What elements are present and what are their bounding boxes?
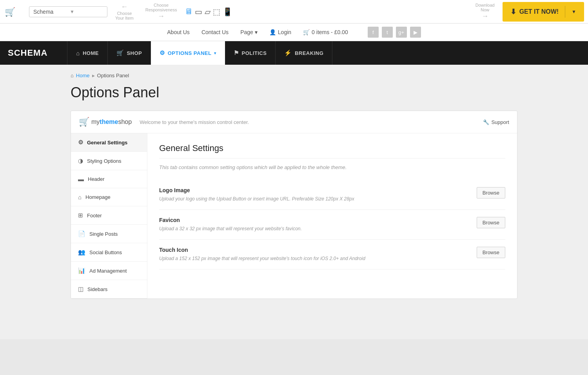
get-it-now-button[interactable]: ⬇ GET IT NOW! ▼: [503, 2, 584, 22]
single-posts-icon: 📄: [78, 230, 85, 237]
get-it-now-label: GET IT NOW!: [519, 8, 559, 15]
nav-item-home[interactable]: ⌂ HOME: [67, 41, 108, 65]
breaking-nav-icon: ⚡: [284, 49, 292, 56]
sidebar-item-homepage[interactable]: ⌂ Homepage: [71, 188, 147, 206]
option-control-touch: Browse: [477, 247, 505, 258]
site-title: SCHEMA: [8, 48, 55, 58]
device-monitor-icon[interactable]: ▭: [195, 7, 202, 16]
option-label-logo: Logo Image: [159, 187, 469, 193]
mts-logo: 🛒 mythemeshop: [79, 117, 132, 127]
device-tablet-icon[interactable]: ▱: [205, 7, 211, 16]
option-row-touch-icon: Touch Icon Upload a 152 x 152 px image t…: [159, 240, 505, 269]
page-title: Options Panel: [71, 84, 517, 101]
download-now-label: Download Now: [475, 3, 495, 12]
nav-item-politics[interactable]: ⚑ POLITICS: [225, 41, 276, 65]
youtube-icon[interactable]: ▶: [410, 27, 421, 38]
general-settings-icon: ⚙: [78, 139, 83, 146]
options-description: This tab contains common setting options…: [159, 164, 505, 170]
theme-selector-arrow: ▼: [70, 9, 103, 15]
option-row-favicon: Favicon Upload a 32 x 32 px image that w…: [159, 210, 505, 240]
touch-browse-button[interactable]: Browse: [477, 247, 505, 258]
top-bar: 🛒 Schema ▼ ← Choose Your Item Choose Res…: [0, 0, 588, 24]
support-button[interactable]: 🔧 Support: [483, 119, 509, 125]
politics-nav-icon: ⚑: [234, 49, 239, 56]
option-label-favicon: Favicon: [159, 217, 469, 223]
facebook-icon[interactable]: f: [368, 27, 379, 38]
device-tablet2-icon[interactable]: ⬚: [213, 7, 220, 16]
choose-item-label: Choose Your Item: [115, 11, 134, 20]
mts-tagline: Welcome to your theme's mission control …: [140, 119, 249, 125]
breadcrumb: ⌂ Home ▶ Options Panel: [71, 73, 517, 78]
nav-item-shop[interactable]: 🛒 SHOP: [108, 41, 151, 65]
sidebar-item-footer[interactable]: ⊞ Footer: [71, 206, 147, 225]
device-desktop-icon[interactable]: 🖥: [185, 7, 192, 16]
theme-selector-label: Schema: [33, 9, 67, 15]
main-nav: SCHEMA ⌂ HOME 🛒 SHOP ⚙ OPTIONS PANEL ▾ ⚑…: [0, 41, 588, 65]
content-area: ⌂ Home ▶ Options Panel Options Panel 🛒 m…: [63, 73, 525, 299]
nav-about-us[interactable]: About Us: [167, 29, 190, 35]
sidebar-item-ad-management[interactable]: 📊 Ad Management: [71, 262, 147, 280]
nav-item-breaking[interactable]: ⚡ BREAKING: [276, 41, 332, 65]
social-buttons-icon: 👥: [78, 249, 85, 256]
sidebar-item-general-label: General Settings: [87, 140, 127, 146]
mts-logo-icon: 🛒: [79, 117, 89, 127]
options-section-title: General Settings: [159, 143, 505, 158]
footer-icon: ⊞: [78, 212, 83, 219]
sidebar-item-ad-label: Ad Management: [89, 268, 127, 274]
nav-contact-us[interactable]: Contact Us: [201, 29, 229, 35]
options-chevron: ▾: [214, 51, 216, 55]
theme-selector[interactable]: Schema ▼: [29, 6, 107, 17]
breadcrumb-home-link[interactable]: Home: [76, 73, 90, 78]
mts-logo-text: mythemeshop: [91, 118, 132, 126]
nav-item-politics-label: POLITICS: [241, 50, 267, 56]
sidebar-item-styling-options[interactable]: ◑ Styling Options: [71, 152, 147, 170]
options-body: ⚙ General Settings ◑ Styling Options ▬ H…: [71, 133, 517, 299]
option-control-logo: Browse: [477, 187, 505, 198]
nav-login[interactable]: 👤 Login: [269, 29, 291, 35]
btn-chevron: ▼: [572, 9, 576, 15]
option-label-touch: Touch Icon: [159, 247, 469, 253]
sidebar-item-single-posts[interactable]: 📄 Single Posts: [71, 225, 147, 243]
sidebar-item-header[interactable]: ▬ Header: [71, 170, 147, 188]
nav-page-arrow: ▾: [255, 29, 258, 35]
top-bar-logo: 🛒: [4, 3, 21, 20]
sidebar-item-sidebars[interactable]: ◫ Sidebars: [71, 280, 147, 299]
support-icon: 🔧: [483, 119, 489, 125]
option-info-favicon: Favicon Upload a 32 x 32 px image that w…: [159, 217, 469, 232]
sidebar-item-general-settings[interactable]: ⚙ General Settings: [71, 133, 147, 152]
support-label: Support: [491, 119, 509, 125]
option-desc-favicon: Upload a 32 x 32 px image that will repr…: [159, 225, 469, 232]
device-mobile-icon[interactable]: 📱: [223, 7, 232, 16]
header-icon: ▬: [78, 176, 84, 182]
download-now-arrow: →: [481, 12, 488, 20]
sidebar-item-social-buttons[interactable]: 👥 Social Buttons: [71, 243, 147, 262]
choose-responsiveness: Choose Responsiveness →: [145, 3, 177, 20]
nav-item-options-label: OPTIONS PANEL: [168, 50, 212, 56]
option-desc-touch: Upload a 152 x 152 px image that will re…: [159, 255, 469, 262]
option-info-logo: Logo Image Upload your logo using the Up…: [159, 187, 469, 202]
favicon-browse-button[interactable]: Browse: [477, 217, 505, 228]
nav-item-options-panel[interactable]: ⚙ OPTIONS PANEL ▾: [151, 41, 225, 65]
nav-page-dropdown[interactable]: Page ▾: [240, 29, 258, 35]
nav-page-label: Page: [240, 29, 253, 35]
nav-item-breaking-label: BREAKING: [295, 50, 323, 56]
main-nav-items: ⌂ HOME 🛒 SHOP ⚙ OPTIONS PANEL ▾ ⚑ POLITI…: [67, 41, 332, 65]
option-desc-logo: Upload your logo using the Upload Button…: [159, 195, 469, 202]
breadcrumb-current: Options Panel: [97, 73, 129, 78]
nav-cart[interactable]: 🛒 0 items - £0.00: [303, 29, 348, 35]
nav-cart-label: 0 items - £0.00: [312, 29, 348, 35]
googleplus-icon[interactable]: g+: [396, 27, 407, 38]
sidebar-item-homepage-label: Homepage: [85, 194, 111, 200]
options-nav-icon: ⚙: [160, 49, 165, 56]
sidebar-item-sidebars-label: Sidebars: [87, 286, 107, 292]
homepage-icon: ⌂: [78, 194, 82, 200]
logo-browse-button[interactable]: Browse: [477, 187, 505, 198]
option-info-touch: Touch Icon Upload a 152 x 152 px image t…: [159, 247, 469, 262]
options-main: General Settings This tab contains commo…: [147, 133, 517, 299]
page-wrapper: ⌂ Home ▶ Options Panel Options Panel 🛒 m…: [0, 65, 588, 339]
options-card-header: 🛒 mythemeshop Welcome to your theme's mi…: [71, 111, 517, 133]
options-sidebar: ⚙ General Settings ◑ Styling Options ▬ H…: [71, 133, 147, 299]
breadcrumb-home-icon: ⌂: [71, 73, 74, 78]
twitter-icon[interactable]: t: [382, 27, 393, 38]
sidebar-item-single-posts-label: Single Posts: [89, 231, 118, 237]
